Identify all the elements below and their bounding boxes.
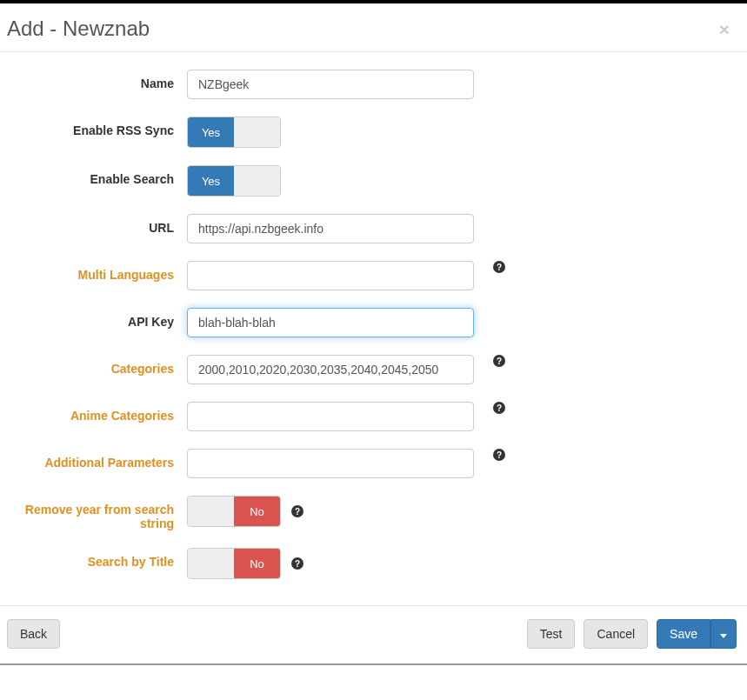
remove-year-toggle[interactable]: No xyxy=(187,496,281,527)
toggle-empty xyxy=(188,497,234,526)
modal-title: Add - Newznab xyxy=(7,17,150,41)
row-api-key: API Key xyxy=(17,308,730,337)
row-categories: Categories ? xyxy=(17,355,730,384)
row-url: URL xyxy=(17,214,730,243)
row-search-by-title: Search by Title No ? xyxy=(17,548,730,579)
help-icon[interactable]: ? xyxy=(291,505,303,517)
label-categories: Categories xyxy=(17,355,187,376)
label-additional-parameters: Additional Parameters xyxy=(17,449,187,470)
toggle-yes: Yes xyxy=(188,166,234,196)
label-name: Name xyxy=(17,70,187,90)
categories-input[interactable] xyxy=(187,355,474,384)
help-icon[interactable]: ? xyxy=(493,355,505,367)
row-remove-year: Remove year from search string No ? xyxy=(17,496,730,530)
toggle-empty xyxy=(234,166,280,196)
row-additional-parameters: Additional Parameters ? xyxy=(17,449,730,478)
help-icon[interactable]: ? xyxy=(493,261,505,273)
toggle-empty xyxy=(234,117,280,147)
help-icon[interactable]: ? xyxy=(493,449,505,461)
row-name: Name xyxy=(17,70,730,99)
enable-rss-toggle[interactable]: Yes xyxy=(187,117,281,148)
modal-footer: Back Test Cancel Save xyxy=(0,605,747,662)
label-url: URL xyxy=(17,214,187,235)
window-bottom-border xyxy=(0,663,747,665)
label-enable-rss: Enable RSS Sync xyxy=(17,117,187,137)
row-enable-rss: Enable RSS Sync Yes xyxy=(17,117,730,148)
modal-body: Name Enable RSS Sync Yes Enable Search Y… xyxy=(0,52,747,605)
toggle-no: No xyxy=(234,549,280,578)
toggle-no: No xyxy=(234,497,280,526)
cancel-button[interactable]: Cancel xyxy=(584,619,648,649)
save-button[interactable]: Save xyxy=(657,619,710,649)
api-key-input[interactable] xyxy=(187,308,474,337)
chevron-down-icon xyxy=(720,634,727,638)
search-by-title-toggle[interactable]: No xyxy=(187,548,281,579)
row-anime-categories: Anime Categories ? xyxy=(17,402,730,431)
url-input[interactable] xyxy=(187,214,474,243)
row-enable-search: Enable Search Yes xyxy=(17,165,730,197)
name-input[interactable] xyxy=(187,70,474,99)
label-multi-languages: Multi Languages xyxy=(17,261,187,282)
row-multi-languages: Multi Languages ? xyxy=(17,261,730,290)
save-button-group: Save xyxy=(657,619,737,649)
close-icon[interactable]: × xyxy=(719,20,730,38)
modal-add-newznab: Add - Newznab × Name Enable RSS Sync Yes… xyxy=(0,3,747,662)
test-button[interactable]: Test xyxy=(527,619,576,649)
help-icon[interactable]: ? xyxy=(291,557,303,570)
label-api-key: API Key xyxy=(17,308,187,329)
label-search-by-title: Search by Title xyxy=(17,548,187,569)
toggle-yes: Yes xyxy=(188,117,234,147)
multi-languages-input[interactable] xyxy=(187,261,474,290)
label-remove-year: Remove year from search string xyxy=(17,496,187,530)
save-dropdown-button[interactable] xyxy=(710,619,737,649)
help-icon[interactable]: ? xyxy=(493,402,505,414)
label-enable-search: Enable Search xyxy=(17,165,187,186)
footer-right: Test Cancel Save xyxy=(527,619,737,649)
additional-parameters-input[interactable] xyxy=(187,449,474,478)
toggle-empty xyxy=(188,549,234,578)
label-anime-categories: Anime Categories xyxy=(17,402,187,423)
back-button[interactable]: Back xyxy=(7,619,60,649)
enable-search-toggle[interactable]: Yes xyxy=(187,165,281,197)
anime-categories-input[interactable] xyxy=(187,402,474,431)
modal-header: Add - Newznab × xyxy=(0,3,747,52)
